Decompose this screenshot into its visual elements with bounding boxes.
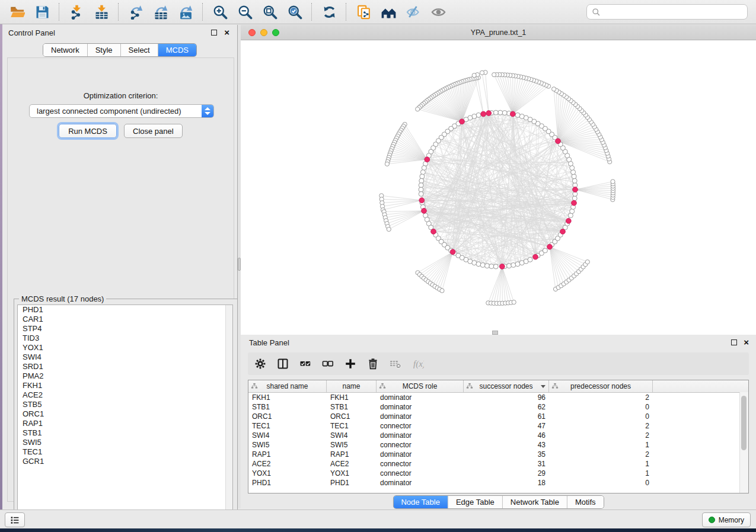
table-row[interactable]: SWI4SWI4dominator462 [248, 431, 748, 440]
task-history-button[interactable] [5, 512, 25, 527]
mcds-node-item[interactable]: SWI4 [18, 352, 232, 362]
toolbar-separator [118, 3, 119, 21]
float-table-panel-icon[interactable] [731, 339, 737, 345]
close-panel-button[interactable]: Close panel [124, 124, 183, 138]
mcds-list-scrollbar[interactable] [225, 305, 232, 515]
close-panel-icon[interactable]: × [224, 27, 229, 38]
mcds-node-item[interactable]: GCR1 [18, 457, 232, 466]
first-neighbors-button[interactable] [376, 2, 401, 22]
column-header-name[interactable]: name [327, 380, 377, 392]
main-toolbar [0, 0, 756, 24]
zoom-out-icon [238, 5, 253, 20]
optimization-criterion-select[interactable]: largest connected component (undirected) [29, 104, 214, 118]
mcds-node-item[interactable]: STB1 [18, 428, 232, 438]
table-row[interactable]: YOX1YOX1connector291 [248, 469, 748, 478]
export-network-icon [129, 5, 143, 20]
column-header-MCDS-role[interactable]: MCDS role [377, 380, 464, 392]
mcds-node-item[interactable]: CAR1 [18, 315, 232, 324]
show-columns-button[interactable] [274, 355, 292, 373]
zoom-out-button[interactable] [232, 2, 257, 22]
tab-style[interactable]: Style [88, 44, 121, 56]
mcds-node-item[interactable]: PHD1 [18, 305, 232, 315]
tab-edge-table[interactable]: Edge Table [448, 496, 503, 508]
mcds-node-item[interactable]: STP4 [18, 324, 232, 334]
table-row[interactable]: RAP1RAP1dominator352 [248, 450, 748, 459]
table-row[interactable]: TEC1TEC1connector472 [248, 421, 748, 431]
import-table-button[interactable] [89, 2, 114, 22]
add-row-button[interactable] [342, 355, 359, 373]
table-cell: 47 [464, 422, 549, 430]
mcds-node-item[interactable]: PMA2 [18, 371, 232, 381]
open-file-button[interactable] [5, 2, 30, 22]
settings-button[interactable] [251, 355, 269, 373]
table-row[interactable]: PHD1PHD1dominator180 [248, 478, 748, 488]
table-cell: PHD1 [327, 479, 377, 487]
table-row[interactable]: STB1STB1dominator620 [248, 402, 748, 412]
close-table-panel-icon[interactable]: × [744, 337, 749, 348]
network-window-titlebar[interactable]: YPA_prune.txt_1 [241, 25, 756, 40]
column-header-shared-name[interactable]: shared name [248, 380, 327, 392]
canvas-splitter-grip[interactable] [492, 331, 498, 335]
mcds-node-item[interactable]: SWI5 [18, 438, 232, 447]
show-all-button[interactable] [426, 2, 451, 22]
memory-button[interactable]: Memory [702, 512, 751, 527]
export-network-button[interactable] [123, 2, 148, 22]
mcds-node-item[interactable]: TID3 [18, 334, 232, 343]
table-row[interactable]: ORC1ORC1dominator610 [248, 412, 748, 421]
mcds-result-list[interactable]: PHD1CAR1STP4TID3YOX1SWI4SRD1PMA2FKH1ACE2… [17, 305, 233, 515]
table-cell: SWI5 [327, 441, 377, 449]
import-network-button[interactable] [64, 2, 89, 22]
clone-network-button[interactable] [351, 2, 376, 22]
search-input[interactable] [601, 6, 747, 18]
control-panel-tabs: NetworkStyleSelectMCDS [43, 43, 197, 57]
delete-row-button[interactable] [364, 355, 382, 373]
tab-network[interactable]: Network [43, 44, 88, 56]
zoom-in-button[interactable] [208, 2, 232, 22]
export-table-button[interactable] [148, 2, 173, 22]
mcds-node-item[interactable]: FKH1 [18, 381, 232, 390]
table-row[interactable]: FKH1FKH1dominator962 [248, 393, 748, 402]
mcds-node-item[interactable]: ACE2 [18, 390, 232, 400]
tab-node-table[interactable]: Node Table [393, 496, 448, 508]
table-row[interactable]: ACE2ACE2connector311 [248, 459, 748, 469]
mcds-node-item[interactable]: YOX1 [18, 343, 232, 352]
settings-icon [254, 358, 266, 370]
tab-motifs[interactable]: Motifs [567, 496, 604, 508]
table-scrollbar-thumb[interactable] [741, 396, 747, 450]
mcds-node-item[interactable]: TEC1 [18, 447, 232, 457]
select-all-icon [299, 358, 311, 370]
select-all-button[interactable] [296, 355, 314, 373]
export-image-button[interactable] [173, 2, 198, 22]
table-row[interactable]: SWI5SWI5connector431 [248, 440, 748, 450]
hide-selected-button[interactable] [401, 2, 426, 22]
tab-network-table[interactable]: Network Table [503, 496, 567, 508]
first-neighbors-icon [381, 5, 396, 20]
save-session-button[interactable] [30, 2, 55, 22]
mcds-node-item[interactable]: SRD1 [18, 362, 232, 371]
float-panel-icon[interactable] [211, 30, 217, 36]
mcds-node-item[interactable]: RAP1 [18, 419, 232, 428]
tab-mcds[interactable]: MCDS [158, 44, 196, 56]
deselect-all-button[interactable] [319, 355, 337, 373]
refresh-view-button[interactable] [317, 2, 342, 22]
run-mcds-button[interactable]: Run MCDS [59, 124, 117, 138]
mcds-node-item[interactable]: STB5 [18, 400, 232, 409]
mcds-node-item[interactable]: ORC1 [18, 409, 232, 419]
network-canvas[interactable] [241, 40, 756, 335]
select-stepper-icon [202, 105, 213, 117]
tab-select[interactable]: Select [121, 44, 158, 56]
table-cell: ACE2 [248, 460, 327, 468]
network-graph[interactable] [241, 40, 756, 335]
column-header-predecessor-nodes[interactable]: predecessor nodes [549, 380, 653, 392]
search-field[interactable] [586, 4, 748, 20]
column-header-successor-nodes[interactable]: successor nodes [464, 380, 549, 392]
export-table-icon [154, 5, 168, 20]
table-scrollbar[interactable] [739, 392, 748, 493]
table-cell: STB1 [327, 403, 377, 411]
import-network-icon [69, 5, 84, 20]
show-columns-icon [277, 358, 289, 370]
hide-selected-icon [406, 5, 421, 20]
zoom-fit-button[interactable] [257, 2, 282, 22]
table-body: FKH1FKH1dominator962STB1STB1dominator620… [248, 393, 748, 488]
zoom-selected-button[interactable] [282, 2, 307, 22]
